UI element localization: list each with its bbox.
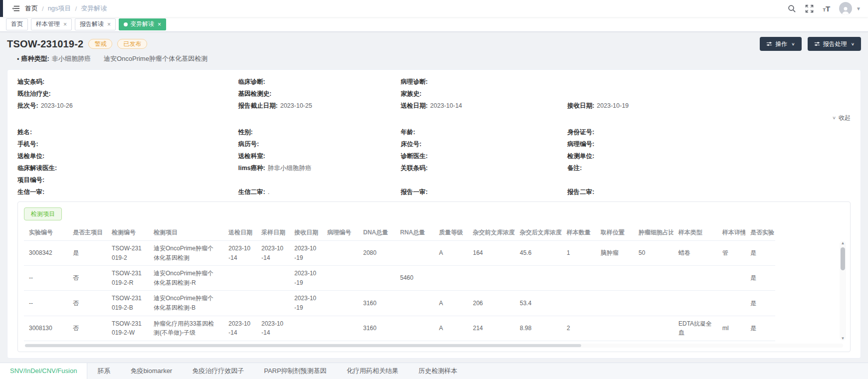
field-label: 批次号: [17, 102, 38, 109]
field-label: 生信一审: [17, 189, 44, 195]
field-patient: 检测单位: [567, 152, 851, 161]
operation-button[interactable]: 操作∨ [760, 37, 801, 51]
avatar[interactable] [839, 2, 852, 15]
avatar-caret-icon[interactable]: ▼ [856, 6, 861, 11]
horizontal-scrollbar[interactable] [25, 344, 843, 348]
cancer-type-label: 癌种类型: [21, 54, 49, 63]
page-title: TSOW-231019-2 [7, 38, 83, 50]
field-label: 报告一审: [401, 189, 428, 195]
test-product-name: 迪安OncoPrime肿瘤个体化基因检测 [104, 54, 208, 63]
field-row: 生信一审:生信二审:.报告一审:报告二审: [17, 188, 851, 196]
result-tab-active[interactable]: SNV/InDel/CNV/Fusion [0, 363, 87, 379]
field-row: 项目编号: [17, 176, 851, 185]
field-value: 肺非小细胞肺癌 [268, 165, 312, 172]
close-icon[interactable]: × [107, 21, 111, 27]
field-label: 病理诊断: [401, 78, 428, 85]
result-tab-item[interactable]: 胚系 [87, 363, 120, 379]
search-icon[interactable] [788, 4, 796, 13]
table-cell: 8.98 [515, 316, 562, 341]
field-basic: 病理诊断: [401, 78, 567, 86]
opened-tag[interactable]: 报告解读× [75, 18, 116, 30]
table-cell: A [434, 241, 468, 266]
field-patient: 性别: [238, 128, 401, 137]
page-header: TSOW-231019-2 警戒 已发布 操作∨ 报告处理∨ • 癌种类型: 非… [0, 32, 868, 67]
column-header: 接收日期 [289, 225, 322, 241]
field-value: 2023-10-25 [280, 102, 312, 109]
table-row[interactable]: 3008342是TSOW-231019-2迪安OncoPrime肿瘤个体化基因检… [24, 241, 775, 266]
column-header: 采样日期 [256, 225, 289, 241]
vertical-scroll-thumb[interactable] [841, 247, 845, 270]
column-header: 检测编号 [107, 225, 149, 241]
result-tab-item[interactable]: PARP抑制剂预测基因 [254, 363, 336, 379]
table-cell [562, 291, 596, 316]
table-cell: 3160 [358, 291, 395, 316]
table-row[interactable]: 3008130否TSOW-231019-2-W肿瘤化疗用药33基因检测(不单做)… [24, 316, 775, 341]
table-row[interactable]: --否TSOW-231019-2-R迪安OncoPrime肿瘤个体化基因检测-R… [24, 266, 775, 291]
table-cell [596, 291, 634, 316]
field-patient: 临床解读医生: [17, 164, 238, 173]
table-cell [322, 241, 358, 266]
result-tab-item[interactable]: 化疗用药相关结果 [337, 363, 409, 379]
field-label: 接收日期: [567, 102, 594, 109]
field-label: 报告二审: [567, 189, 594, 195]
column-header: 检测项目 [149, 225, 223, 241]
test-items-button[interactable]: 检测项目 [24, 207, 62, 220]
field-label: 既往治疗史: [17, 90, 51, 97]
field-basic: 家族史: [401, 90, 567, 98]
breadcrumb-item[interactable]: 变异解读 [81, 4, 107, 13]
field-label: 备注: [567, 165, 582, 172]
field-label: 姓名: [17, 129, 32, 136]
column-header: 实验编号 [24, 225, 68, 241]
breadcrumb-item[interactable]: ngs项目 [48, 4, 71, 13]
field-patient: lims癌种:肺非小细胞肺癌 [238, 164, 401, 173]
column-header: 样本详情 [717, 225, 745, 241]
table-cell: TSOW-231019-2 [107, 241, 149, 266]
field-label: 项目编号: [17, 177, 44, 184]
vertical-scrollbar[interactable]: ▲ ▼ [840, 241, 846, 341]
table-cell: TSOW-231019-2-R [107, 266, 149, 291]
column-header: 是否主项目 [68, 225, 107, 241]
report-process-button[interactable]: 报告处理∨ [808, 37, 861, 51]
cancer-type-value: 非小细胞肺癌 [52, 54, 91, 63]
result-tab-item[interactable]: 免疫biomarker [120, 363, 182, 379]
column-header: 病理编号 [322, 225, 358, 241]
close-icon[interactable]: × [63, 21, 67, 27]
fullscreen-icon[interactable] [805, 4, 814, 13]
opened-tag[interactable]: 首页 [6, 18, 28, 30]
table-cell: 2 [562, 316, 596, 341]
test-items-card: 检测项目 实验编号是否主项目检测编号检测项目送检日期采样日期接收日期病理编号DN… [17, 201, 851, 352]
column-header: 取样位置 [596, 225, 634, 241]
column-header: DNA总量 [358, 225, 395, 241]
field-label: 临床解读医生: [17, 165, 57, 172]
collapse-toggle[interactable]: ∨ 收起 [17, 114, 851, 122]
field-row: 手机号:病历号:床位号:病理编号: [17, 140, 851, 149]
table-cell: 否 [68, 266, 107, 291]
result-tab-item[interactable]: 免疫治疗疗效因子 [182, 363, 254, 379]
table-cell: 是 [745, 316, 775, 341]
table-cell [322, 291, 358, 316]
table-cell: 2023-10-14 [256, 241, 289, 266]
opened-tag[interactable]: 变异解读× [119, 18, 166, 30]
result-tab-item[interactable]: 历史检测样本 [409, 363, 467, 379]
close-icon[interactable]: × [158, 21, 161, 27]
field-patient: 病理编号: [567, 140, 851, 149]
field-value: 2023-10-19 [597, 102, 629, 109]
breadcrumb-item[interactable]: 首页 [25, 4, 38, 13]
sample-detail-card: 迪安条码:临床诊断:病理诊断:既往治疗史:基因检测史:家族史:批次号:2023-… [7, 69, 861, 359]
table-row[interactable]: --否TSOW-231019-2-B迪安OncoPrime肿瘤个体化基因检测-B… [24, 291, 775, 316]
table-cell [256, 291, 289, 316]
hamburger-icon[interactable] [7, 4, 25, 12]
scroll-up-icon[interactable]: ▲ [840, 241, 846, 245]
scroll-down-icon[interactable]: ▼ [840, 336, 846, 341]
field-label: lims癌种: [238, 165, 265, 172]
result-panel: SNV/InDel/CNV/Fusion胚系免疫biomarker免疫治疗疗效因… [0, 363, 868, 379]
table-cell: 206 [468, 291, 515, 316]
table-cell: 3160 [358, 316, 395, 341]
opened-tag[interactable]: 样本管理× [31, 18, 72, 30]
table-cell [673, 291, 717, 316]
table-cell: 迪安OncoPrime肿瘤个体化基因检测-B [149, 291, 223, 316]
font-size-icon[interactable]: TT [823, 5, 830, 12]
horizontal-scroll-thumb[interactable] [25, 344, 581, 347]
table-cell: 蜡卷 [673, 241, 717, 266]
field-label: 身份证号: [567, 129, 594, 136]
